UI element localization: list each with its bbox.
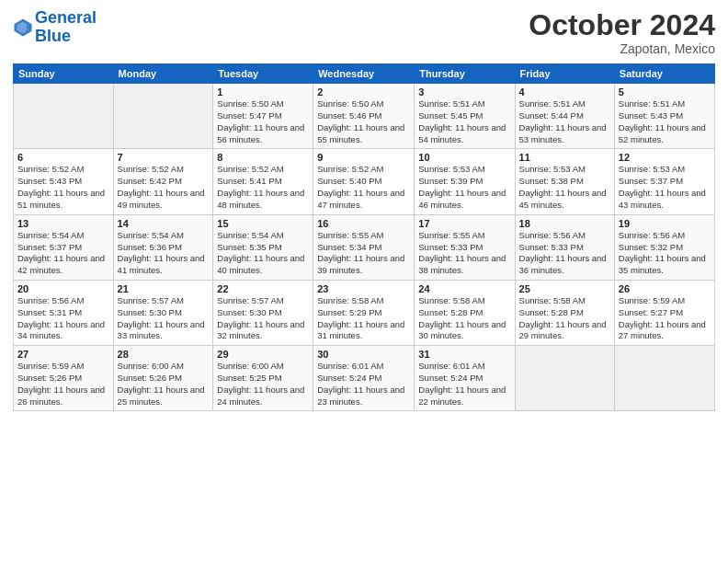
header: General Blue October 2024 Zapotan, Mexic… <box>13 9 715 56</box>
calendar-cell: 25Sunrise: 5:58 AMSunset: 5:28 PMDayligh… <box>515 280 614 345</box>
calendar-cell: 11Sunrise: 5:53 AMSunset: 5:38 PMDayligh… <box>515 149 614 214</box>
week-row-2: 6Sunrise: 5:52 AMSunset: 5:43 PMDaylight… <box>14 149 715 214</box>
day-info: Sunrise: 5:50 AMSunset: 5:46 PMDaylight:… <box>317 98 410 145</box>
day-number: 29 <box>217 349 309 360</box>
calendar-cell: 19Sunrise: 5:56 AMSunset: 5:32 PMDayligh… <box>614 214 714 280</box>
calendar-cell: 7Sunrise: 5:52 AMSunset: 5:42 PMDaylight… <box>113 149 213 214</box>
day-number: 23 <box>317 283 410 294</box>
calendar-cell <box>113 84 213 149</box>
calendar-cell: 4Sunrise: 5:51 AMSunset: 5:44 PMDaylight… <box>515 84 614 149</box>
day-info: Sunrise: 5:53 AMSunset: 5:38 PMDaylight:… <box>519 164 610 211</box>
day-info: Sunrise: 5:53 AMSunset: 5:37 PMDaylight:… <box>619 164 711 211</box>
day-info: Sunrise: 6:01 AMSunset: 5:24 PMDaylight:… <box>418 361 510 408</box>
weekday-header-monday: Monday <box>113 64 213 84</box>
weekday-header-friday: Friday <box>515 64 614 84</box>
day-number: 24 <box>418 283 510 294</box>
calendar-cell: 20Sunrise: 5:56 AMSunset: 5:31 PMDayligh… <box>14 280 114 345</box>
calendar-cell: 2Sunrise: 5:50 AMSunset: 5:46 PMDaylight… <box>313 84 415 149</box>
day-info: Sunrise: 5:56 AMSunset: 5:31 PMDaylight:… <box>17 295 109 342</box>
day-info: Sunrise: 5:52 AMSunset: 5:43 PMDaylight:… <box>17 164 109 211</box>
week-row-3: 13Sunrise: 5:54 AMSunset: 5:37 PMDayligh… <box>14 214 715 280</box>
day-info: Sunrise: 5:50 AMSunset: 5:47 PMDaylight:… <box>217 98 309 145</box>
calendar-cell: 30Sunrise: 6:01 AMSunset: 5:24 PMDayligh… <box>313 346 415 411</box>
calendar-cell: 14Sunrise: 5:54 AMSunset: 5:36 PMDayligh… <box>113 214 213 280</box>
day-info: Sunrise: 5:59 AMSunset: 5:27 PMDaylight:… <box>619 295 711 342</box>
day-info: Sunrise: 5:52 AMSunset: 5:42 PMDaylight:… <box>118 164 210 211</box>
day-number: 2 <box>317 86 410 98</box>
day-info: Sunrise: 5:56 AMSunset: 5:32 PMDaylight:… <box>619 230 711 277</box>
calendar-cell: 6Sunrise: 5:52 AMSunset: 5:43 PMDaylight… <box>14 149 114 214</box>
logo-line1: General <box>35 8 97 27</box>
day-info: Sunrise: 6:00 AMSunset: 5:25 PMDaylight:… <box>217 361 309 408</box>
day-number: 3 <box>418 86 510 98</box>
logo-icon <box>13 17 33 38</box>
day-number: 1 <box>217 86 309 98</box>
location: Zapotan, Mexico <box>529 41 715 56</box>
calendar-cell: 21Sunrise: 5:57 AMSunset: 5:30 PMDayligh… <box>113 280 213 345</box>
calendar-cell <box>515 346 614 411</box>
calendar-cell <box>14 84 114 149</box>
calendar-cell: 28Sunrise: 6:00 AMSunset: 5:26 PMDayligh… <box>113 346 213 411</box>
day-info: Sunrise: 5:51 AMSunset: 5:45 PMDaylight:… <box>418 98 510 145</box>
day-number: 13 <box>17 218 109 229</box>
calendar-cell: 3Sunrise: 5:51 AMSunset: 5:45 PMDaylight… <box>415 84 515 149</box>
day-info: Sunrise: 5:52 AMSunset: 5:40 PMDaylight:… <box>317 164 410 211</box>
day-number: 26 <box>619 283 711 294</box>
day-number: 27 <box>17 349 109 360</box>
logo-area: General Blue <box>13 9 97 46</box>
day-info: Sunrise: 5:58 AMSunset: 5:29 PMDaylight:… <box>317 295 410 342</box>
day-info: Sunrise: 5:57 AMSunset: 5:30 PMDaylight:… <box>118 295 210 342</box>
day-info: Sunrise: 5:54 AMSunset: 5:35 PMDaylight:… <box>217 230 309 277</box>
day-info: Sunrise: 6:00 AMSunset: 5:26 PMDaylight:… <box>118 361 210 408</box>
page: General Blue October 2024 Zapotan, Mexic… <box>0 0 728 563</box>
day-number: 10 <box>418 152 510 163</box>
day-number: 5 <box>619 86 711 98</box>
calendar-cell: 18Sunrise: 5:56 AMSunset: 5:33 PMDayligh… <box>515 214 614 280</box>
calendar-cell: 13Sunrise: 5:54 AMSunset: 5:37 PMDayligh… <box>14 214 114 280</box>
day-number: 7 <box>118 152 210 163</box>
calendar-cell: 24Sunrise: 5:58 AMSunset: 5:28 PMDayligh… <box>415 280 515 345</box>
title-area: October 2024 Zapotan, Mexico <box>529 9 715 56</box>
day-number: 8 <box>217 152 309 163</box>
calendar-cell: 10Sunrise: 5:53 AMSunset: 5:39 PMDayligh… <box>415 149 515 214</box>
calendar-cell: 23Sunrise: 5:58 AMSunset: 5:29 PMDayligh… <box>313 280 415 345</box>
day-info: Sunrise: 5:58 AMSunset: 5:28 PMDaylight:… <box>519 295 610 342</box>
day-info: Sunrise: 5:53 AMSunset: 5:39 PMDaylight:… <box>418 164 510 211</box>
day-number: 9 <box>317 152 410 163</box>
day-number: 22 <box>217 283 309 294</box>
day-number: 25 <box>519 283 610 294</box>
day-number: 17 <box>418 218 510 229</box>
day-number: 20 <box>17 283 109 294</box>
day-number: 14 <box>118 218 210 229</box>
day-info: Sunrise: 5:51 AMSunset: 5:43 PMDaylight:… <box>619 98 711 145</box>
day-info: Sunrise: 5:58 AMSunset: 5:28 PMDaylight:… <box>418 295 510 342</box>
day-number: 21 <box>118 283 210 294</box>
calendar-cell: 31Sunrise: 6:01 AMSunset: 5:24 PMDayligh… <box>415 346 515 411</box>
day-info: Sunrise: 6:01 AMSunset: 5:24 PMDaylight:… <box>317 361 410 408</box>
calendar-cell <box>614 346 714 411</box>
calendar-cell: 16Sunrise: 5:55 AMSunset: 5:34 PMDayligh… <box>313 214 415 280</box>
calendar-cell: 22Sunrise: 5:57 AMSunset: 5:30 PMDayligh… <box>213 280 313 345</box>
logo-text: General Blue <box>35 9 97 46</box>
day-number: 31 <box>418 349 510 360</box>
weekday-header-thursday: Thursday <box>415 64 515 84</box>
weekday-header-row: SundayMondayTuesdayWednesdayThursdayFrid… <box>14 64 715 84</box>
day-info: Sunrise: 5:59 AMSunset: 5:26 PMDaylight:… <box>17 361 109 408</box>
calendar-cell: 1Sunrise: 5:50 AMSunset: 5:47 PMDaylight… <box>213 84 313 149</box>
calendar-table: SundayMondayTuesdayWednesdayThursdayFrid… <box>13 63 715 411</box>
calendar-cell: 8Sunrise: 5:52 AMSunset: 5:41 PMDaylight… <box>213 149 313 214</box>
day-info: Sunrise: 5:52 AMSunset: 5:41 PMDaylight:… <box>217 164 309 211</box>
day-info: Sunrise: 5:55 AMSunset: 5:33 PMDaylight:… <box>418 230 510 277</box>
calendar-cell: 29Sunrise: 6:00 AMSunset: 5:25 PMDayligh… <box>213 346 313 411</box>
calendar-cell: 9Sunrise: 5:52 AMSunset: 5:40 PMDaylight… <box>313 149 415 214</box>
logo-line2: Blue <box>35 27 71 45</box>
weekday-header-wednesday: Wednesday <box>313 64 415 84</box>
calendar-cell: 12Sunrise: 5:53 AMSunset: 5:37 PMDayligh… <box>614 149 714 214</box>
day-number: 12 <box>619 152 711 163</box>
day-number: 16 <box>317 218 410 229</box>
day-info: Sunrise: 5:51 AMSunset: 5:44 PMDaylight:… <box>519 98 610 145</box>
day-info: Sunrise: 5:55 AMSunset: 5:34 PMDaylight:… <box>317 230 410 277</box>
day-info: Sunrise: 5:56 AMSunset: 5:33 PMDaylight:… <box>519 230 610 277</box>
week-row-4: 20Sunrise: 5:56 AMSunset: 5:31 PMDayligh… <box>14 280 715 345</box>
day-number: 28 <box>118 349 210 360</box>
